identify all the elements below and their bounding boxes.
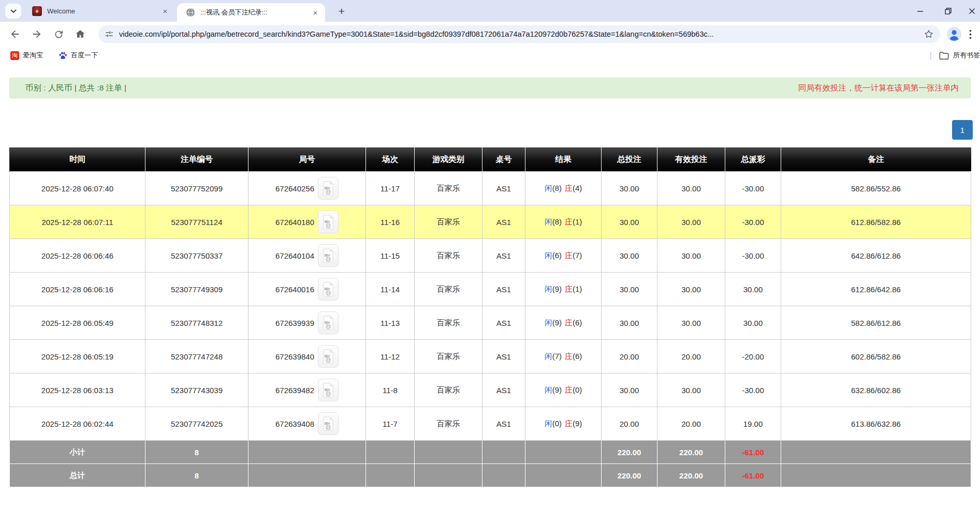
valid-bet-cell: 30.00 xyxy=(657,172,725,205)
video-record-button[interactable] xyxy=(318,379,339,401)
video-record-button[interactable] xyxy=(318,345,339,368)
home-button[interactable] xyxy=(74,27,87,41)
star-icon xyxy=(924,29,934,39)
round-number: 672639408 xyxy=(275,420,314,428)
video-record-icon xyxy=(321,416,335,431)
round-number: 672640256 xyxy=(275,184,314,193)
video-record-icon xyxy=(321,214,335,230)
column-header-7: 总投注 xyxy=(602,147,657,172)
result-banker-label: 庄 xyxy=(565,352,573,361)
result-player-label: 闲 xyxy=(545,318,552,327)
currency-summary-text: 币别 : 人民币 | 总共 :8 注单 | xyxy=(25,78,126,98)
session-cell: 11-14 xyxy=(366,273,415,306)
table-no-cell: AS1 xyxy=(482,205,525,239)
game-type-cell: 百家乐 xyxy=(415,239,482,273)
result-banker-label: 庄 xyxy=(565,251,573,260)
total-bet-cell: 30.00 xyxy=(602,373,657,407)
table-no-cell: AS1 xyxy=(482,273,525,306)
tab-title: :::视讯 会员下注纪录::: xyxy=(200,8,306,17)
bet-row: 2025-12-28 06:06:46523077750337672640104… xyxy=(10,239,971,273)
total-bet-cell: 30.00 xyxy=(602,306,657,340)
result-banker-label: 庄 xyxy=(565,184,573,192)
result-banker-label: 庄 xyxy=(565,385,573,394)
result-player-label: 闲 xyxy=(545,385,552,394)
valid-bet-cell: 30.00 xyxy=(657,205,725,239)
video-record-button[interactable] xyxy=(318,244,339,267)
reload-icon xyxy=(53,29,64,40)
site-settings-icon xyxy=(105,29,114,39)
game-type-cell: 百家乐 xyxy=(415,373,482,407)
video-record-icon xyxy=(321,281,335,297)
back-arrow-icon xyxy=(9,28,21,40)
result-banker-value: (6) xyxy=(573,318,582,327)
result-banker-label: 庄 xyxy=(565,285,573,293)
back-button[interactable] xyxy=(8,27,22,41)
total-bet-cell: 20.00 xyxy=(602,407,657,441)
result-player-label: 闲 xyxy=(545,285,552,293)
video-record-button[interactable] xyxy=(318,278,339,301)
new-tab-button[interactable]: + xyxy=(334,4,349,19)
forward-button[interactable] xyxy=(30,27,43,41)
bookmark-taobao[interactable]: 淘 爱淘宝 xyxy=(10,51,43,60)
tab-bet-records[interactable]: :::视讯 会员下注纪录::: × xyxy=(177,3,325,22)
result-banker-label: 庄 xyxy=(565,419,573,428)
round-number: 672640016 xyxy=(275,285,314,294)
valid-bet-cell: 30.00 xyxy=(657,373,725,407)
bet-row: 2025-12-28 06:05:19523077747248672639840… xyxy=(10,340,971,373)
video-record-button[interactable] xyxy=(318,311,339,334)
video-record-button[interactable] xyxy=(318,177,339,200)
video-record-button[interactable] xyxy=(318,412,339,435)
result-player-value: (7) xyxy=(552,352,562,361)
round-number: 672640180 xyxy=(275,218,314,227)
empty-cell xyxy=(415,441,482,464)
url-text[interactable]: videoie.com/ipl/portal.php/game/betrecor… xyxy=(119,30,919,38)
total-bet-cell: 30.00 xyxy=(602,205,657,239)
payout-cell: -30.00 xyxy=(725,373,781,407)
browser-menu-button[interactable] xyxy=(969,29,972,39)
bookmarks-bar: 淘 爱淘宝 百度一下 | 所有书签 xyxy=(0,47,980,64)
result-banker-value: (7) xyxy=(573,251,582,260)
remark-cell: 582.86/612.86 xyxy=(781,306,971,340)
video-record-button[interactable] xyxy=(318,211,339,233)
url-bar[interactable]: videoie.com/ipl/portal.php/game/betrecor… xyxy=(98,25,940,43)
time-cell: 2025-12-28 06:03:13 xyxy=(10,373,145,407)
window-restore-button[interactable] xyxy=(937,0,959,22)
result-banker-value: (9) xyxy=(573,419,582,428)
window-minimize-button[interactable] xyxy=(909,0,931,22)
pagination-page-1-button[interactable]: 1 xyxy=(952,120,973,140)
round-cell: 672640016 xyxy=(248,273,366,306)
remark-cell: 642.86/612.86 xyxy=(781,239,971,273)
close-icon[interactable]: × xyxy=(160,6,170,16)
reload-button[interactable] xyxy=(52,27,65,41)
result-cell: 闲(6)庄(7) xyxy=(525,239,602,273)
bookmark-star-button[interactable] xyxy=(924,29,934,39)
total-bet-cell: 30.00 xyxy=(602,172,657,205)
subtotal-row-count-cell: 8 xyxy=(145,441,248,464)
result-player-value: (8) xyxy=(552,184,562,192)
remark-cell: 612.86/582.86 xyxy=(781,205,971,239)
payout-cell: -20.00 xyxy=(725,340,781,373)
result-player-label: 闲 xyxy=(545,217,552,226)
column-header-1: 注单编号 xyxy=(145,147,248,172)
three-dots-icon xyxy=(969,29,972,39)
video-record-icon xyxy=(321,382,335,398)
total-row-label-cell: 总计 xyxy=(10,464,145,487)
bookmark-baidu[interactable]: 百度一下 xyxy=(58,51,98,60)
profile-avatar[interactable] xyxy=(946,26,962,42)
column-header-5: 桌号 xyxy=(482,147,525,172)
table-no-cell: AS1 xyxy=(482,407,525,441)
tab-welcome[interactable]: ♠ Welcome × xyxy=(24,0,175,22)
total-bet-cell: 30.00 xyxy=(602,273,657,306)
all-bookmarks[interactable]: | 所有书签 xyxy=(930,47,980,64)
taobao-icon: 淘 xyxy=(10,51,19,60)
window-close-button[interactable] xyxy=(963,0,980,22)
browser-toolbar: videoie.com/ipl/portal.php/game/betrecor… xyxy=(0,22,980,47)
table-no-cell: AS1 xyxy=(482,239,525,273)
session-cell: 11-15 xyxy=(366,239,415,273)
video-record-icon xyxy=(321,181,335,196)
close-icon[interactable]: × xyxy=(311,8,320,17)
minimize-icon xyxy=(917,8,924,14)
payout-cell: 19.00 xyxy=(725,407,781,441)
tab-search-button[interactable] xyxy=(5,4,21,19)
remark-cell: 602.86/582.86 xyxy=(781,340,971,373)
